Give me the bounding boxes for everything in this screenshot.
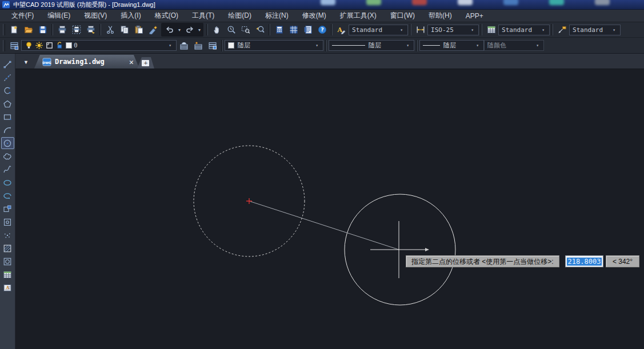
tool-construction-line[interactable] [1, 71, 14, 83]
menu-item-插入I[interactable]: 插入(I) [114, 9, 147, 22]
tool-rectangle[interactable] [1, 111, 14, 123]
layer-combo[interactable]: 0▾ [21, 40, 177, 51]
lineweight-combo[interactable]: 随层▾ [419, 40, 484, 51]
menu-item-APP+[interactable]: APP+ [459, 10, 490, 22]
table-style-combo[interactable]: Standard▾ [498, 25, 550, 35]
menu-item-标注N[interactable]: 标注(N) [258, 9, 295, 22]
redo-icon[interactable] [182, 23, 197, 37]
toolbar-separator [51, 24, 53, 35]
tool-ellipse-arc[interactable] [1, 190, 14, 202]
zoom-window-icon[interactable] [238, 23, 253, 37]
tool-polygon[interactable] [1, 98, 14, 110]
calculator-icon[interactable] [272, 23, 286, 37]
crosshair-cursor[interactable] [370, 221, 427, 278]
menu-item-窗口W[interactable]: 窗口(W) [383, 9, 422, 22]
menu-item-绘图D[interactable]: 绘图(D) [221, 9, 258, 22]
table-icon [3, 270, 12, 279]
text-style-icon[interactable]: A [334, 23, 349, 37]
tab-drawing1[interactable]: DWG Drawing1.dwg ✕ [34, 55, 139, 69]
tool-revision-cloud[interactable] [1, 150, 14, 162]
tab-list-dropdown-icon[interactable]: ▼ [23, 59, 29, 65]
tool-spline[interactable] [1, 163, 14, 175]
chevron-down-icon[interactable]: ▾ [167, 43, 173, 48]
undo-icon[interactable] [162, 23, 177, 37]
menu-item-帮助H[interactable]: 帮助(H) [422, 9, 459, 22]
tool-circle[interactable] [1, 137, 14, 149]
chevron-down-icon[interactable]: ▾ [469, 27, 475, 33]
toolbar-separator [221, 40, 223, 51]
menu-item-扩展工具X[interactable]: 扩展工具(X) [333, 9, 383, 22]
zoom-realtime-icon[interactable] [224, 23, 238, 37]
chevron-down-icon[interactable]: ▾ [540, 27, 546, 33]
linetype-combo[interactable]: 随层▾ [329, 40, 414, 51]
open-file-icon[interactable] [21, 23, 35, 37]
menu-item-视图V[interactable]: 视图(V) [77, 9, 114, 22]
menu-item-编辑E[interactable]: 编辑(E) [41, 9, 77, 22]
mleader-style-combo[interactable]: Standard▾ [569, 25, 621, 35]
plot-icon[interactable] [83, 23, 98, 37]
layer-states-icon[interactable] [205, 39, 219, 52]
chevron-down-icon[interactable]: ▾ [534, 43, 541, 48]
linetype-sample [332, 45, 365, 46]
chevron-down-icon[interactable]: ▾ [611, 27, 617, 33]
cut-icon[interactable] [103, 23, 117, 37]
chevron-down-icon[interactable]: ▾ [474, 43, 481, 48]
new-file-icon[interactable] [7, 23, 21, 37]
help-icon[interactable]: ? [315, 23, 329, 37]
sheet-set-icon[interactable] [301, 23, 315, 37]
dynamic-distance-input[interactable]: 218.8003 [565, 255, 603, 267]
tab-close-icon[interactable]: ✕ [129, 58, 134, 66]
tool-region[interactable] [1, 255, 14, 267]
arc-icon [3, 126, 12, 135]
tool-point[interactable] [1, 229, 14, 241]
drawing-canvas[interactable]: 指定第二点的位移或者 <使用第一点当做位移>: 218.8003 < 342° [15, 69, 644, 349]
chevron-down-icon[interactable]: ▾ [197, 27, 202, 33]
chevron-down-icon[interactable]: ▾ [398, 27, 405, 33]
table-style-icon[interactable] [484, 23, 498, 37]
toolbar-separator [410, 24, 411, 35]
layer-isolate-icon[interactable] [191, 39, 205, 52]
mleader-style-icon[interactable] [555, 23, 569, 37]
print-icon[interactable] [55, 23, 69, 37]
tool-polyline[interactable] [1, 85, 14, 97]
text-style-combo[interactable]: Standard▾ [349, 25, 408, 35]
window-title: 中望CAD 2019 试用版 (功能受限) - [Drawing1.dwg] [13, 0, 155, 10]
menu-item-修改M[interactable]: 修改(M) [295, 9, 333, 22]
menu-item-文件F[interactable]: 文件(F) [5, 9, 41, 22]
chevron-down-icon[interactable]: ▾ [314, 43, 320, 48]
dim-style-icon[interactable] [413, 23, 427, 37]
copy-icon[interactable] [117, 23, 131, 37]
chevron-down-icon[interactable]: ▾ [177, 27, 182, 33]
menu-item-工具T[interactable]: 工具(T) [185, 9, 221, 22]
tool-hatch[interactable] [1, 242, 14, 254]
title-bar: 中望CAD 2019 试用版 (功能受限) - [Drawing1.dwg] [0, 0, 644, 10]
tool-mtext[interactable]: A [1, 282, 14, 294]
tool-line[interactable] [1, 58, 14, 70]
make-block-icon [3, 218, 12, 227]
menu-item-格式O[interactable]: 格式(O) [148, 9, 185, 22]
color-value: 随层 [238, 41, 250, 50]
pan-icon[interactable] [210, 23, 224, 37]
toolbar-grip [3, 40, 5, 51]
match-properties-icon[interactable] [146, 23, 160, 37]
design-center-icon[interactable] [286, 23, 301, 37]
file-tab-bar: ▼ DWG Drawing1.dwg ✕ + [15, 54, 644, 69]
save-file-icon[interactable] [35, 23, 50, 37]
tool-arc[interactable] [1, 124, 14, 136]
menu-bar: 文件(F)编辑(E)视图(V)插入(I)格式(O)工具(T)绘图(D)标注(N)… [0, 10, 644, 22]
chevron-down-icon[interactable]: ▾ [405, 43, 411, 48]
tool-table[interactable] [1, 268, 14, 280]
svg-text:DWG: DWG [42, 61, 51, 64]
layer-previous-icon[interactable] [177, 39, 191, 52]
tool-make-block[interactable] [1, 216, 14, 228]
tool-insert-block[interactable] [1, 203, 14, 215]
layer-manager-icon[interactable] [7, 39, 21, 52]
print-preview-icon[interactable] [69, 23, 83, 37]
paste-icon[interactable] [131, 23, 146, 37]
dim-style-combo[interactable]: ISO-25▾ [427, 25, 479, 35]
color-combo[interactable]: 随层▾ [225, 40, 323, 51]
zoom-previous-icon[interactable] [253, 23, 267, 37]
new-tab-button[interactable]: + [137, 57, 154, 69]
tool-ellipse[interactable] [1, 176, 14, 188]
linetype-value: 随层 [369, 41, 381, 50]
